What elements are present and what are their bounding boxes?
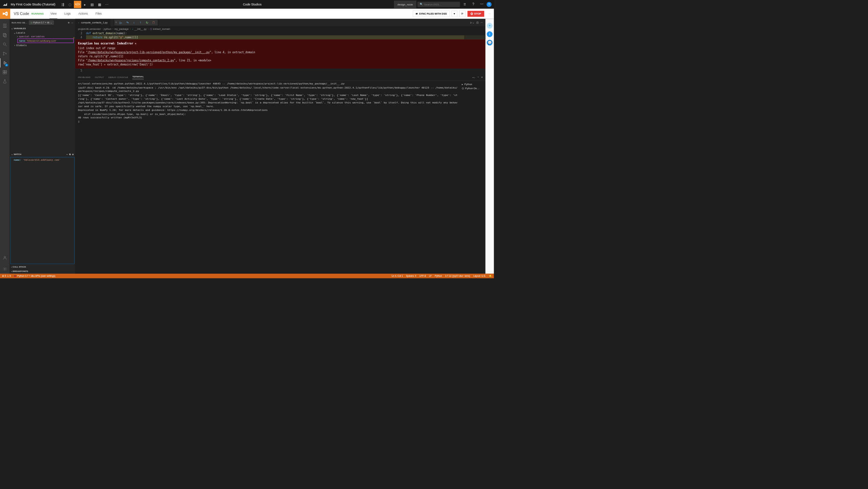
status-config[interactable]: 🐞Python 3.7 + dku APIs (user settings) [14, 275, 55, 277]
sync-dropdown[interactable]: ▾ [452, 11, 457, 17]
new-terminal-icon[interactable]: +⌄ [472, 76, 475, 78]
terminal[interactable]: er/local-extensions/ms-python.python-202… [75, 81, 460, 274]
recipes-icon[interactable]: ◌ [66, 1, 74, 8]
debug-config-select[interactable]: ▷ Python 3.7 + dk ⌄ [29, 20, 54, 25]
callstack-section[interactable]: ›CALL STACK [9, 265, 75, 269]
watch-panel[interactable]: name: 'hblezard14.addtoany.com' [11, 157, 75, 264]
test-icon[interactable] [0, 77, 9, 86]
trace-link[interactable]: /home/dataiku/workspace/project-lib-vers… [88, 51, 210, 54]
extensions-icon[interactable] [0, 67, 9, 77]
variable-name-highlighted[interactable]: name: 'hblezard14.addtoany.com' [17, 39, 74, 43]
breakpoints-section[interactable]: ›BREAKPOINTS [9, 269, 75, 274]
close-icon[interactable]: ✕ [135, 41, 136, 45]
chat-icon[interactable]: 💬 [487, 40, 493, 45]
locals-node[interactable]: ⌄Locals [9, 31, 75, 35]
dashboard-icon[interactable]: ▦ [96, 1, 103, 8]
terminal-item[interactable]: ▸Python [462, 82, 484, 86]
breadcrumb-item[interactable]: my_package [114, 27, 129, 31]
drag-handle-icon[interactable]: ⠿ [115, 21, 117, 24]
avatar[interactable]: T [487, 2, 492, 7]
breadcrumb-item[interactable]: extract_domain [153, 27, 170, 31]
info-icon[interactable]: i [487, 31, 493, 37]
status-position[interactable]: Ln 4, Col 1 [392, 275, 403, 277]
panel-tab-debug-console[interactable]: DEBUG CONSOLE [108, 76, 128, 78]
breadcrumbs[interactable]: project-lib-versioned› python› my_packag… [75, 26, 486, 31]
explorer-icon[interactable] [0, 31, 9, 40]
code-line[interactable]: def extract_domain(name): [86, 31, 486, 35]
debug-activity-icon[interactable]: 1 [0, 58, 9, 67]
step-into-button[interactable]: ↓ [131, 20, 137, 25]
activity-icon[interactable]: 〰 [478, 1, 486, 8]
settings-icon[interactable] [0, 265, 9, 274]
tab-actions[interactable]: Actions [78, 9, 89, 19]
help-icon[interactable]: ? [470, 1, 477, 8]
search-input[interactable] [424, 3, 458, 6]
stop-debug-button[interactable]: □ [151, 20, 157, 25]
watch-section[interactable]: ⌄WATCH + ⧉ ⧈ [9, 152, 75, 157]
search-box[interactable]: 🔍 [417, 2, 460, 7]
terminal-item[interactable]: ⌬Python De… [462, 86, 484, 90]
refresh-button[interactable]: ⟳ [459, 11, 466, 17]
more-icon[interactable]: ⋯ [71, 21, 73, 24]
tab-logs[interactable]: Logs [63, 9, 71, 19]
chevron-down-icon: ⌄ [50, 21, 52, 24]
more-icon[interactable]: ⋯ [103, 1, 111, 8]
breadcrumb-item[interactable]: project-lib-versioned [78, 27, 101, 31]
gear-icon[interactable]: ⚙ [68, 21, 70, 24]
restart-button[interactable]: ↻ [144, 20, 150, 25]
continue-button[interactable]: ▷ [118, 20, 124, 25]
variables-section[interactable]: ⌄VARIABLES [9, 26, 75, 31]
search-activity-icon[interactable] [0, 40, 9, 49]
editor-more-icon[interactable]: ⋯ [480, 21, 483, 24]
minimap[interactable] [464, 31, 486, 39]
panel-tab-output[interactable]: OUTPUT [95, 76, 104, 78]
center-tab[interactable]: Code Studios [239, 0, 265, 8]
status-encoding[interactable]: UTF-8 [419, 275, 426, 277]
tab-files[interactable]: Files [95, 9, 103, 19]
step-over-button[interactable]: ↷ [124, 20, 131, 25]
code-editor-bottom[interactable]: 5 [75, 69, 486, 74]
close-panel-icon[interactable]: ✕ [481, 76, 483, 78]
breadcrumb-item[interactable]: __init__.py [135, 27, 147, 31]
step-out-button[interactable]: ↑ [137, 20, 143, 25]
breakpoint-indicator-icon[interactable]: ▷ [73, 36, 75, 40]
panel-tab-problems[interactable]: PROBLEMS [78, 76, 91, 78]
status-eol[interactable]: LF [429, 275, 432, 277]
lab-icon[interactable]: ▤ [88, 1, 96, 8]
account-icon[interactable] [0, 253, 9, 262]
split-editor-icon[interactable]: ◫ [476, 21, 479, 24]
add-watch-icon[interactable]: + [66, 153, 68, 156]
run-file-icon[interactable]: ▷⌄ [470, 21, 474, 24]
status-errors[interactable]: ⊗0⚠0 [2, 275, 11, 277]
editor-tab[interactable]: ⬨ compute_contacts_1.py [75, 19, 111, 26]
panel-tab-terminal[interactable]: TERMINAL [132, 75, 144, 79]
menu-icon[interactable]: ☰ [0, 21, 9, 31]
status-layout[interactable]: Layout: U.S. [473, 275, 486, 277]
node-label[interactable]: design_node [394, 0, 416, 8]
special-vars-node[interactable]: ›special variables [9, 35, 75, 38]
status-lang[interactable]: Python [435, 275, 442, 277]
breadcrumb-item[interactable]: python [104, 27, 111, 31]
flow-icon[interactable]: ⇶ [59, 1, 67, 8]
maximize-panel-icon[interactable]: ^ [478, 76, 479, 78]
globals-node[interactable]: ›Globals [9, 43, 75, 47]
add-icon[interactable]: + [487, 23, 493, 28]
collapse-all-icon[interactable]: ⧉ [69, 153, 71, 156]
scm-icon[interactable] [0, 49, 9, 58]
sync-button[interactable]: ⇄SYNC FILES WITH DSS [413, 11, 450, 17]
status-spaces[interactable]: Spaces: 4 [406, 275, 416, 277]
run-icon[interactable]: ▸ [81, 1, 88, 8]
stop-button[interactable]: ⏻STOP [468, 11, 485, 17]
bell-icon[interactable]: 🔔 [489, 275, 492, 277]
project-title[interactable]: My First Code Studio (Tutorial) [11, 2, 55, 6]
code-icon[interactable]: </> [74, 1, 81, 8]
collapse-arrow-icon[interactable]: ← [488, 12, 491, 16]
status-interpreter[interactable]: 3.7.12 ('py37-dss': venv) [445, 275, 470, 277]
watch-item[interactable]: name: 'hblezard14.addtoany.com' [12, 158, 74, 162]
code-line[interactable]: return re.split("@",name)[1] [86, 35, 486, 39]
apps-icon[interactable]: ⠿ [461, 1, 469, 8]
code-editor[interactable]: 3 ▷4 def extract_domain(name): return re… [75, 31, 486, 39]
clear-icon[interactable]: ⧈ [72, 153, 74, 156]
trace-link[interactable]: /home/dataiku/workspace/recipes/compute_… [88, 59, 174, 62]
tab-view[interactable]: View [50, 9, 57, 19]
